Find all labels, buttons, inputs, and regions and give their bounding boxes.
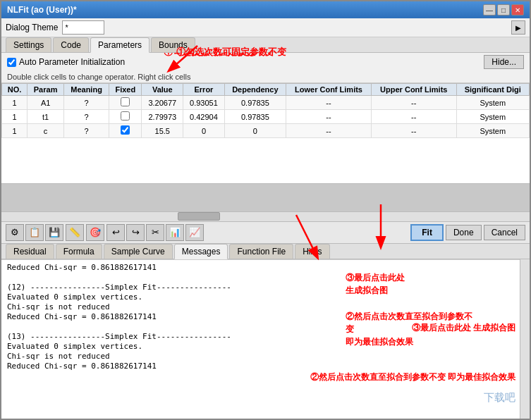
col-upper: Upper Conf Limits xyxy=(372,84,456,96)
spacer-area xyxy=(1,183,530,211)
minimize-button[interactable]: — xyxy=(483,4,496,16)
tab-residual[interactable]: Residual xyxy=(6,244,54,259)
cell-value: 2.79973 xyxy=(142,110,183,124)
cell-dependency: 0.97835 xyxy=(224,96,286,110)
message-line: Reduced Chi-sqr = 0.861882617141 xyxy=(7,362,514,371)
cell-fixed[interactable] xyxy=(109,96,142,110)
cell-value: 15.5 xyxy=(142,124,183,138)
col-value: Value xyxy=(142,84,183,96)
col-meaning: Meaning xyxy=(64,84,109,96)
message-line: Evaluated 0 simplex vertices. xyxy=(7,342,514,352)
cell-no: 1 xyxy=(2,96,28,110)
col-lower: Lower Conf Limits xyxy=(286,84,371,96)
expand-button[interactable]: ▶ xyxy=(511,20,525,35)
table-row: 1t1?2.799730.429040.97835----System xyxy=(2,110,530,124)
message-line: Chi-sqr is not reduced xyxy=(7,302,514,312)
cell-error: 0.42904 xyxy=(183,110,225,124)
hide-button[interactable]: Hide... xyxy=(484,55,524,69)
cell-fixed[interactable] xyxy=(109,110,142,124)
cell-fixed[interactable] xyxy=(109,124,142,138)
fit-button[interactable]: Fit xyxy=(410,224,444,241)
cell-error: 0 xyxy=(183,124,225,138)
tool-btn-3[interactable]: 💾 xyxy=(45,224,63,241)
tool-btn-4[interactable]: 📏 xyxy=(66,224,84,241)
table-row: 1A1?3.206770.930510.97835----System xyxy=(2,96,530,110)
theme-input[interactable] xyxy=(62,20,104,35)
tab-messages[interactable]: Messages xyxy=(174,244,228,259)
tab-function-file[interactable]: Function File xyxy=(229,244,293,259)
horizontal-scrollbar[interactable] xyxy=(1,211,530,221)
params-table-container: NO. Param Meaning Fixed Value Error Depe… xyxy=(1,83,530,183)
tool-btn-8[interactable]: ✂ xyxy=(146,224,164,241)
tool-group-2: ↩ ↪ ✂ 📊 📈 xyxy=(106,224,204,241)
cell-dependency: 0.97835 xyxy=(224,110,286,124)
cell-no: 1 xyxy=(2,124,28,138)
vertical-scrollbar[interactable] xyxy=(520,259,530,419)
tool-btn-9[interactable]: 📊 xyxy=(166,224,184,241)
cell-value: 3.20677 xyxy=(142,96,183,110)
message-line: (13) ----------------Simplex Fit--------… xyxy=(7,332,514,342)
col-no: NO. xyxy=(2,84,28,96)
tab-formula[interactable]: Formula xyxy=(56,244,102,259)
tab-sample-curve[interactable]: Sample Curve xyxy=(104,244,173,259)
cell-error: 0.93051 xyxy=(183,96,225,110)
cell-param: c xyxy=(28,124,64,138)
cell-no: 1 xyxy=(2,110,28,124)
tool-btn-7[interactable]: ↪ xyxy=(126,224,145,241)
auto-param-row: Auto Parameter Initialization Hide... xyxy=(1,53,530,71)
cell-meaning: ? xyxy=(64,96,109,110)
cancel-button[interactable]: Cancel xyxy=(484,225,525,240)
close-button[interactable]: ✕ xyxy=(511,4,524,16)
tab-code[interactable]: Code xyxy=(53,37,89,52)
message-line xyxy=(7,322,514,332)
message-line: Evaluated 0 simplex vertices. xyxy=(7,292,514,302)
tool-group-1: ⚙ 📋 💾 xyxy=(6,224,63,241)
tool-btn-10[interactable]: 📈 xyxy=(185,224,204,241)
bottom-toolbar: ⚙ 📋 💾 📏 🎯 ↩ ↪ ✂ 📊 📈 Fit Done Cancel xyxy=(1,221,530,244)
done-button[interactable]: Done xyxy=(446,225,482,240)
main-tabs: Settings Code Parameters Bounds xyxy=(1,37,530,53)
params-table: NO. Param Meaning Fixed Value Error Depe… xyxy=(1,83,530,138)
cell-meaning: ? xyxy=(64,110,109,124)
cell-lower: -- xyxy=(286,124,371,138)
messages-area: Reduced Chi-sqr = 0.861882617141(12) ---… xyxy=(1,259,520,419)
cell-lower: -- xyxy=(286,96,371,110)
message-line: Reduced Chi-sqr = 0.861882617141 xyxy=(7,263,514,273)
info-row: Double click cells to change operator. R… xyxy=(1,71,530,83)
cell-sig: System xyxy=(456,96,530,110)
message-line: (12) ----------------Simplex Fit--------… xyxy=(7,283,514,292)
col-param: Param xyxy=(28,84,64,96)
window-title: NLFit (ao (User))* xyxy=(7,5,77,15)
window-controls: — □ ✕ xyxy=(483,4,524,16)
tab-settings[interactable]: Settings xyxy=(6,37,51,52)
info-text: Double click cells to change operator. R… xyxy=(7,73,190,81)
cell-meaning: ? xyxy=(64,124,109,138)
tab-hints[interactable]: Hints xyxy=(295,244,329,259)
tool-btn-1[interactable]: ⚙ xyxy=(6,224,24,241)
col-error: Error xyxy=(183,84,225,96)
auto-param-checkbox[interactable] xyxy=(7,58,16,67)
col-dependency: Dependency xyxy=(224,84,286,96)
table-row: 1c?15.500----System xyxy=(2,124,530,138)
tool-btn-2[interactable]: 📋 xyxy=(25,224,44,241)
messages-section: Reduced Chi-sqr = 0.861882617141(12) ---… xyxy=(1,259,530,419)
tool-btn-5[interactable]: 🎯 xyxy=(86,224,104,241)
cell-lower: -- xyxy=(286,110,371,124)
fixed-checkbox[interactable] xyxy=(121,111,130,121)
title-bar: NLFit (ao (User))* — □ ✕ xyxy=(1,1,530,18)
col-fixed: Fixed xyxy=(109,84,142,96)
cell-upper: -- xyxy=(372,96,456,110)
auto-param-left: Auto Parameter Initialization xyxy=(7,57,125,67)
col-sig: Significant Digi xyxy=(456,84,530,96)
theme-label: Dialog Theme xyxy=(6,23,58,32)
tab-parameters[interactable]: Parameters xyxy=(90,37,149,53)
fixed-checkbox[interactable] xyxy=(121,125,130,135)
tool-btn-6[interactable]: ↩ xyxy=(106,224,125,241)
maximize-button[interactable]: □ xyxy=(497,4,510,16)
cell-param: A1 xyxy=(28,96,64,110)
tab-bounds[interactable]: Bounds xyxy=(151,37,195,52)
fixed-checkbox[interactable] xyxy=(121,97,130,106)
main-content: ①勾选次数可固定参数不变 Auto Parameter Initializati… xyxy=(1,53,530,419)
cell-param: t1 xyxy=(28,110,64,124)
auto-param-label: Auto Parameter Initialization xyxy=(19,57,125,67)
